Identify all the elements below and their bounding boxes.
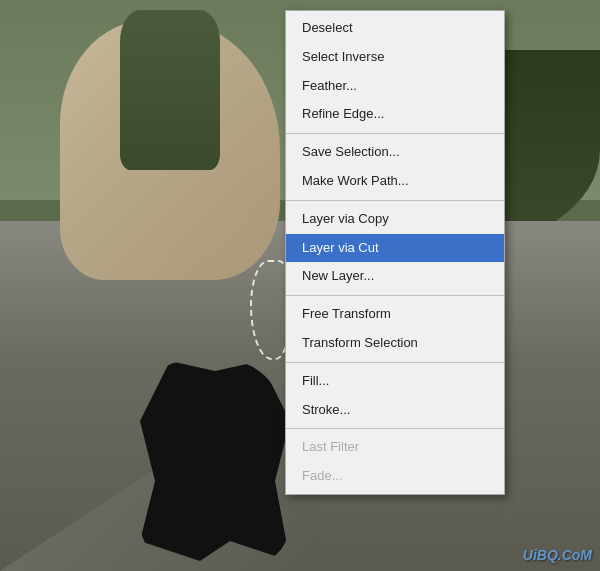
menu-item-refine-edge[interactable]: Refine Edge... <box>286 100 504 129</box>
rider-bg <box>120 10 220 170</box>
shadow-figure <box>140 361 290 561</box>
menu-separator <box>286 428 504 429</box>
menu-item-fill[interactable]: Fill... <box>286 367 504 396</box>
selection-marquee <box>250 260 290 360</box>
menu-separator <box>286 133 504 134</box>
menu-item-layer-via-copy[interactable]: Layer via Copy <box>286 205 504 234</box>
menu-item-stroke[interactable]: Stroke... <box>286 396 504 425</box>
menu-item-fade: Fade... <box>286 462 504 491</box>
menu-item-feather[interactable]: Feather... <box>286 72 504 101</box>
menu-item-deselect[interactable]: Deselect <box>286 14 504 43</box>
menu-item-new-layer[interactable]: New Layer... <box>286 262 504 291</box>
menu-item-last-filter: Last Filter <box>286 433 504 462</box>
menu-item-layer-via-cut[interactable]: Layer via Cut <box>286 234 504 263</box>
context-menu: DeselectSelect InverseFeather...Refine E… <box>285 10 505 495</box>
menu-item-make-work-path[interactable]: Make Work Path... <box>286 167 504 196</box>
menu-item-transform-selection[interactable]: Transform Selection <box>286 329 504 358</box>
menu-item-save-selection[interactable]: Save Selection... <box>286 138 504 167</box>
menu-separator <box>286 295 504 296</box>
watermark: UiBQ.CoM <box>523 547 592 563</box>
menu-item-free-transform[interactable]: Free Transform <box>286 300 504 329</box>
menu-item-select-inverse[interactable]: Select Inverse <box>286 43 504 72</box>
menu-separator <box>286 362 504 363</box>
menu-separator <box>286 200 504 201</box>
